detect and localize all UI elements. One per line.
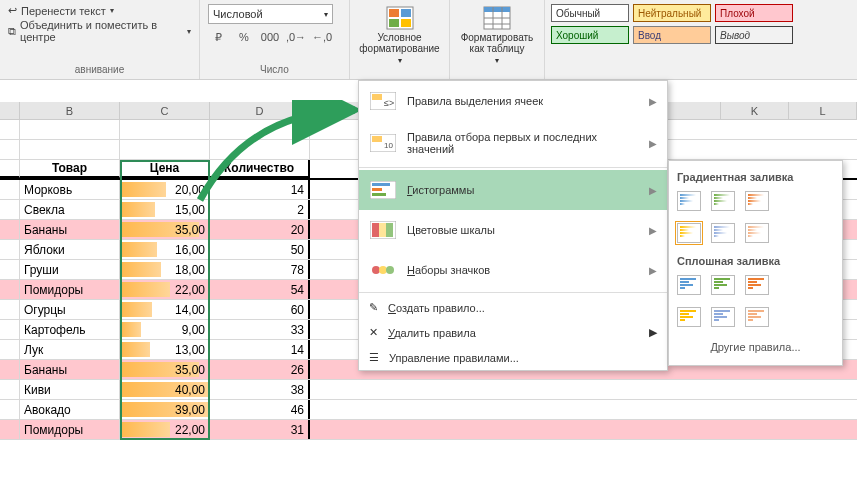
style-output[interactable]: Вывод <box>715 26 793 44</box>
cell-qty[interactable]: 20 <box>210 220 310 239</box>
solid-bar-option[interactable] <box>711 275 735 295</box>
cell-qty[interactable]: 26 <box>210 360 310 379</box>
column-header-l[interactable]: L <box>789 102 857 119</box>
cell-product[interactable]: Помидоры <box>20 420 120 439</box>
number-format-select[interactable]: Числовой ▾ <box>208 4 333 24</box>
data-bar <box>121 322 141 337</box>
cell-qty[interactable]: 60 <box>210 300 310 319</box>
cell-product[interactable]: Бананы <box>20 360 120 379</box>
svg-point-27 <box>386 266 394 274</box>
style-bad[interactable]: Плохой <box>715 4 793 22</box>
solid-bar-option[interactable] <box>745 275 769 295</box>
col-spacer <box>0 102 20 119</box>
cell-qty[interactable]: 50 <box>210 240 310 259</box>
menu-new-rule[interactable]: ✎ Создать правило... <box>359 295 667 320</box>
cell-qty[interactable]: 14 <box>210 340 310 359</box>
cell-product[interactable]: Киви <box>20 380 120 399</box>
menu-manage-rules[interactable]: ☰ Управление правилами... <box>359 345 667 370</box>
header-product[interactable]: Товар <box>20 160 120 178</box>
cell-product[interactable]: Огурцы <box>20 300 120 319</box>
style-normal[interactable]: Обычный <box>551 4 629 22</box>
data-bar <box>121 262 161 277</box>
currency-button[interactable]: ₽ <box>208 28 228 46</box>
cell-product[interactable]: Свекла <box>20 200 120 219</box>
cell-price[interactable]: 9,00 <box>120 320 210 339</box>
submenu-arrow-icon: ▶ <box>649 96 657 107</box>
icon-sets-icon <box>369 260 397 280</box>
cell-price[interactable]: 16,00 <box>120 240 210 259</box>
style-input[interactable]: Ввод <box>633 26 711 44</box>
format-as-table-button[interactable]: Форматировать как таблицу ▾ <box>458 4 536 67</box>
column-header-b[interactable]: B <box>20 102 120 119</box>
cell-qty[interactable]: 38 <box>210 380 310 399</box>
gradient-bar-option[interactable] <box>745 223 769 243</box>
cell-product[interactable]: Яблоки <box>20 240 120 259</box>
style-good[interactable]: Хороший <box>551 26 629 44</box>
cell-price[interactable]: 22,00 <box>120 280 210 299</box>
cell-price[interactable]: 35,00 <box>120 220 210 239</box>
cell-price[interactable]: 22,00 <box>120 420 210 439</box>
cell-price[interactable]: 13,00 <box>120 340 210 359</box>
svg-text:≤>: ≤> <box>384 98 394 108</box>
cell-product[interactable]: Груши <box>20 260 120 279</box>
cell-price[interactable]: 18,00 <box>120 260 210 279</box>
increase-decimal-button[interactable]: ,0→ <box>286 28 306 46</box>
solid-bar-option[interactable] <box>745 307 769 327</box>
gradient-bar-option[interactable] <box>711 223 735 243</box>
submenu-group-label: Градиентная заливка <box>675 167 836 187</box>
cell-product[interactable]: Лук <box>20 340 120 359</box>
data-bar <box>121 282 170 297</box>
column-header-k[interactable]: K <box>721 102 789 119</box>
percent-button[interactable]: % <box>234 28 254 46</box>
submenu-arrow-icon: ▶ <box>649 138 657 149</box>
cell-price[interactable]: 20,00 <box>120 180 210 199</box>
menu-top-bottom-rules[interactable]: 10 Правила отбора первых и последних зна… <box>359 121 667 165</box>
top-bottom-icon: 10 <box>369 133 397 153</box>
data-bar <box>121 342 150 357</box>
cell-qty[interactable]: 78 <box>210 260 310 279</box>
cell-price[interactable]: 14,00 <box>120 300 210 319</box>
cell-qty[interactable]: 33 <box>210 320 310 339</box>
solid-bar-option[interactable] <box>711 307 735 327</box>
cell-qty[interactable]: 31 <box>210 420 310 439</box>
wrap-text-button[interactable]: ↩ Перенести текст ▾ <box>8 4 191 17</box>
solid-bar-option[interactable] <box>677 307 701 327</box>
cell-qty[interactable]: 46 <box>210 400 310 419</box>
gradient-bar-option[interactable] <box>677 223 701 243</box>
column-header-c[interactable]: C <box>120 102 210 119</box>
thousands-button[interactable]: 000 <box>260 28 280 46</box>
cell-product[interactable]: Морковь <box>20 180 120 199</box>
conditional-formatting-button[interactable]: Условное форматирование ▾ <box>358 4 441 67</box>
menu-data-bars[interactable]: ГГистограммыистограммы ▶ <box>359 170 667 210</box>
solid-bar-option[interactable] <box>677 275 701 295</box>
cell-price[interactable]: 39,00 <box>120 400 210 419</box>
style-neutral[interactable]: Нейтральный <box>633 4 711 22</box>
cell-qty[interactable]: 2 <box>210 200 310 219</box>
cell-price[interactable]: 40,00 <box>120 380 210 399</box>
merge-center-button[interactable]: ⧉ Объединить и поместить в центре ▾ <box>8 19 191 43</box>
svg-rect-23 <box>379 223 386 237</box>
ft-label: Форматировать как таблицу <box>460 32 534 54</box>
cell-product[interactable]: Помидоры <box>20 280 120 299</box>
gradient-bar-option[interactable] <box>711 191 735 211</box>
cell-product[interactable]: Бананы <box>20 220 120 239</box>
svg-rect-1 <box>389 9 399 17</box>
cell-price[interactable]: 35,00 <box>120 360 210 379</box>
gradient-bar-option[interactable] <box>677 191 701 211</box>
menu-clear-rules[interactable]: ✕ Удалить правила ▶ <box>359 320 667 345</box>
cell-qty[interactable]: 54 <box>210 280 310 299</box>
submenu-other-rules[interactable]: Другие правила... <box>675 335 836 359</box>
cell-qty[interactable]: 14 <box>210 180 310 199</box>
header-price[interactable]: Цена <box>120 160 210 178</box>
column-header-d[interactable]: D <box>210 102 310 119</box>
submenu-arrow-icon: ▶ <box>649 326 657 339</box>
gradient-bar-option[interactable] <box>745 191 769 211</box>
cell-price[interactable]: 15,00 <box>120 200 210 219</box>
decrease-decimal-button[interactable]: ←,0 <box>312 28 332 46</box>
menu-icon-sets[interactable]: Наборы значков ▶ <box>359 250 667 290</box>
menu-color-scales[interactable]: Цветовые шкалы ▶ <box>359 210 667 250</box>
header-qty[interactable]: Количество <box>210 160 310 178</box>
menu-highlight-cells-rules[interactable]: ≤> Правила выделения ячеек ▶ <box>359 81 667 121</box>
cell-product[interactable]: Картофель <box>20 320 120 339</box>
cell-product[interactable]: Авокадо <box>20 400 120 419</box>
